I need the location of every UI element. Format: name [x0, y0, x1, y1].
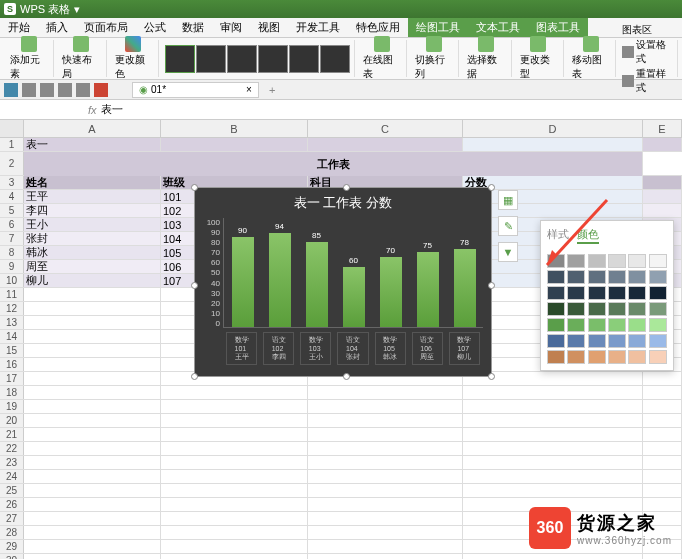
cell[interactable] — [643, 470, 682, 483]
color-swatch[interactable] — [567, 302, 585, 316]
chart-elements-button[interactable]: ▦ — [498, 190, 518, 210]
color-swatch[interactable] — [547, 270, 565, 284]
cell[interactable] — [463, 484, 643, 497]
col-header-e[interactable]: E — [643, 120, 682, 137]
row-header[interactable]: 23 — [0, 456, 24, 469]
close-tab-icon[interactable]: × — [246, 84, 252, 95]
row-header[interactable]: 28 — [0, 526, 24, 539]
document-tab[interactable]: ◉ 01 * × — [132, 82, 259, 98]
save-icon[interactable] — [4, 83, 18, 97]
color-swatch[interactable] — [628, 334, 646, 348]
cell[interactable] — [24, 512, 161, 525]
cell[interactable] — [643, 554, 682, 559]
chart-style-gallery[interactable] — [165, 45, 350, 73]
cell[interactable] — [24, 288, 161, 301]
online-chart-button[interactable]: 在线图表 — [361, 35, 402, 82]
color-swatch[interactable] — [567, 254, 585, 268]
chart-style-3[interactable] — [227, 45, 257, 73]
color-swatch[interactable] — [649, 350, 667, 364]
row-header[interactable]: 3 — [0, 176, 24, 189]
chart-plot-area[interactable]: 1009080706050403020100 90948560707578 — [195, 218, 491, 328]
cell[interactable] — [24, 442, 161, 455]
cell[interactable] — [463, 442, 643, 455]
cell[interactable] — [24, 554, 161, 559]
color-swatch[interactable] — [608, 350, 626, 364]
row-header[interactable]: 26 — [0, 498, 24, 511]
row-header[interactable]: 7 — [0, 232, 24, 245]
row-header[interactable]: 14 — [0, 330, 24, 343]
cell[interactable] — [161, 498, 308, 511]
chart-title[interactable]: 表一 工作表 分数 — [195, 188, 491, 218]
formula-bar[interactable]: fx 表一 — [80, 102, 682, 117]
col-header-b[interactable]: B — [161, 120, 308, 137]
chart-bar[interactable] — [417, 252, 439, 327]
cell[interactable] — [463, 386, 643, 399]
cell[interactable] — [161, 526, 308, 539]
chart-style-6[interactable] — [320, 45, 350, 73]
color-swatch[interactable] — [628, 302, 646, 316]
color-swatch[interactable] — [628, 286, 646, 300]
color-swatch[interactable] — [588, 302, 606, 316]
tab-view[interactable]: 视图 — [250, 18, 288, 37]
color-swatch[interactable] — [649, 318, 667, 332]
cell[interactable] — [308, 414, 463, 427]
cell[interactable] — [643, 204, 682, 217]
row-header[interactable]: 22 — [0, 442, 24, 455]
print-icon[interactable] — [58, 83, 72, 97]
color-swatch[interactable] — [588, 318, 606, 332]
cell[interactable]: 姓名 — [24, 176, 161, 189]
row-header[interactable]: 8 — [0, 246, 24, 259]
row-header[interactable]: 19 — [0, 400, 24, 413]
cell[interactable] — [161, 138, 308, 151]
chart-style-5[interactable] — [289, 45, 319, 73]
color-swatch[interactable] — [649, 286, 667, 300]
row-header[interactable]: 16 — [0, 358, 24, 371]
cell[interactable] — [308, 138, 463, 151]
preview-icon[interactable] — [76, 83, 90, 97]
color-swatch[interactable] — [628, 270, 646, 284]
color-swatch[interactable] — [547, 302, 565, 316]
cell[interactable] — [463, 400, 643, 413]
color-swatch[interactable] — [649, 254, 667, 268]
cell[interactable] — [161, 484, 308, 497]
chart-style-1[interactable] — [165, 45, 195, 73]
cell[interactable] — [24, 330, 161, 343]
cell[interactable] — [161, 428, 308, 441]
cell[interactable] — [24, 526, 161, 539]
cell[interactable] — [308, 442, 463, 455]
cell[interactable] — [308, 400, 463, 413]
quick-layout-button[interactable]: 快速布局 — [60, 35, 101, 82]
cell[interactable] — [308, 526, 463, 539]
row-header[interactable]: 25 — [0, 484, 24, 497]
cell[interactable] — [643, 484, 682, 497]
color-swatch[interactable] — [547, 254, 565, 268]
cell[interactable] — [643, 414, 682, 427]
cell[interactable] — [161, 442, 308, 455]
cell[interactable] — [24, 400, 161, 413]
row-header[interactable]: 6 — [0, 218, 24, 231]
color-swatch[interactable] — [628, 350, 646, 364]
row-header[interactable]: 1 — [0, 138, 24, 151]
cell[interactable] — [24, 386, 161, 399]
cell[interactable] — [161, 456, 308, 469]
color-swatch[interactable] — [547, 286, 565, 300]
chart-area-dropdown[interactable]: 图表区 — [622, 23, 673, 37]
chart-bars[interactable]: 90948560707578 — [223, 218, 483, 328]
cell[interactable]: 王平 — [24, 190, 161, 203]
row-header[interactable]: 18 — [0, 386, 24, 399]
qat-icon-6[interactable] — [94, 83, 108, 97]
cell[interactable] — [463, 414, 643, 427]
color-swatch[interactable] — [608, 302, 626, 316]
chart-bar[interactable] — [306, 242, 328, 327]
move-chart-button[interactable]: 移动图表 — [570, 35, 611, 82]
color-swatch[interactable] — [588, 350, 606, 364]
cell[interactable] — [161, 554, 308, 559]
color-swatch[interactable] — [567, 286, 585, 300]
chart-styles-button[interactable]: ✎ — [498, 216, 518, 236]
add-tab-icon[interactable]: + — [269, 84, 275, 96]
cell[interactable] — [643, 456, 682, 469]
row-header[interactable]: 15 — [0, 344, 24, 357]
tab-dev[interactable]: 开发工具 — [288, 18, 348, 37]
color-swatch[interactable] — [567, 270, 585, 284]
row-header[interactable]: 29 — [0, 540, 24, 553]
